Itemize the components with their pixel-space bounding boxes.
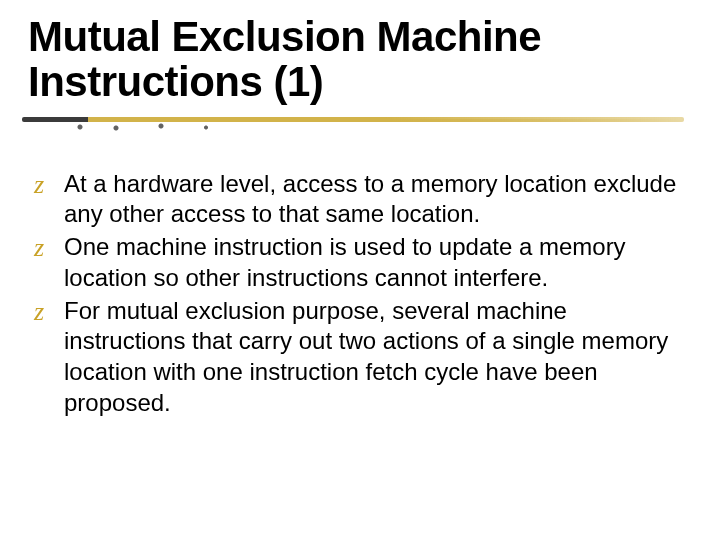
list-item: z For mutual exclusion purpose, several …	[34, 296, 692, 419]
title-underline	[22, 113, 684, 135]
slide-body: z At a hardware level, access to a memor…	[28, 169, 692, 419]
bullet-text: One machine instruction is used to updat…	[64, 232, 692, 293]
bullet-text: For mutual exclusion purpose, several ma…	[64, 296, 692, 419]
list-item: z One machine instruction is used to upd…	[34, 232, 692, 293]
bullet-icon: z	[34, 296, 64, 328]
bullet-icon: z	[34, 169, 64, 201]
bullet-text: At a hardware level, access to a memory …	[64, 169, 692, 230]
slide: Mutual Exclusion Machine Instructions (1…	[0, 0, 720, 540]
bullet-icon: z	[34, 232, 64, 264]
slide-title: Mutual Exclusion Machine Instructions (1…	[28, 14, 692, 105]
list-item: z At a hardware level, access to a memor…	[34, 169, 692, 230]
